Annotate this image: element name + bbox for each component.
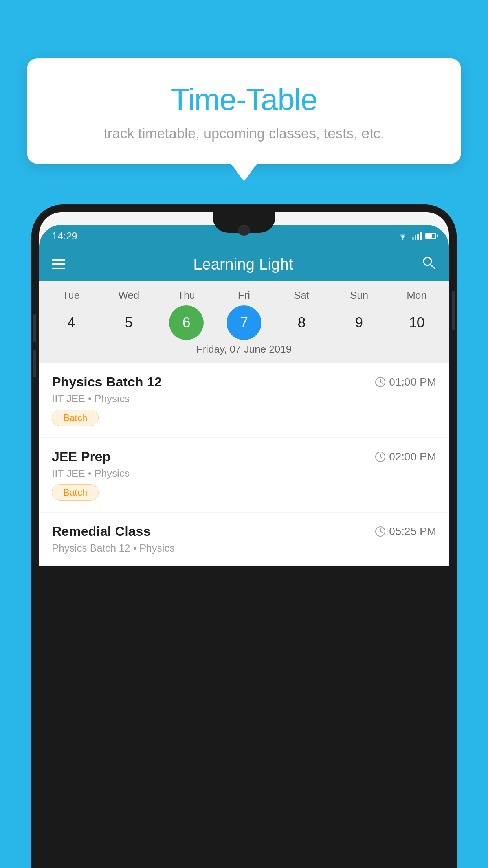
class-name: JEE Prep <box>52 449 110 464</box>
wifi-icon <box>397 232 409 240</box>
schedule-list: Physics Batch 12 01:00 PM IIT JEE • Phys… <box>39 363 449 566</box>
status-icons <box>397 232 436 240</box>
phone-outer: 14:29 <box>31 204 457 868</box>
class-time: 01:00 PM <box>375 376 436 388</box>
batch-tag: Batch <box>52 484 99 501</box>
day-label: Thu <box>169 289 204 302</box>
calendar-bar: TueWedThuFriSatSunMon 45678910 Friday, 0… <box>39 281 449 363</box>
date-numbers[interactable]: 45678910 <box>39 305 449 340</box>
date-number[interactable]: 4 <box>54 305 88 340</box>
date-number[interactable]: 5 <box>112 305 146 340</box>
battery-icon <box>425 233 436 239</box>
days-of-week: TueWedThuFriSatSunMon <box>39 289 449 302</box>
app-title: Learning Light <box>193 256 293 273</box>
class-meta: IIT JEE • Physics <box>52 393 436 405</box>
search-icon[interactable] <box>421 255 436 274</box>
time-value: 02:00 PM <box>389 451 436 463</box>
tooltip-subtitle: track timetable, upcoming classes, tests… <box>46 125 442 142</box>
signal-icon <box>412 232 422 240</box>
class-time: 05:25 PM <box>375 525 436 538</box>
phone-camera <box>238 225 250 236</box>
clock-icon <box>375 451 386 462</box>
tooltip-card: Time-Table track timetable, upcoming cla… <box>27 58 461 164</box>
day-label: Wed <box>112 289 146 302</box>
app-header: Learning Light <box>39 247 449 281</box>
day-label: Tue <box>54 289 88 302</box>
class-meta: Physics Batch 12 • Physics <box>52 542 436 554</box>
time-value: 05:25 PM <box>389 525 436 538</box>
date-number[interactable]: 10 <box>400 305 434 340</box>
menu-icon[interactable] <box>52 259 65 269</box>
day-label: Sun <box>342 289 376 302</box>
class-name: Physics Batch 12 <box>52 374 162 390</box>
side-buttons-right <box>452 291 455 330</box>
clock-icon <box>375 377 386 388</box>
svg-line-7 <box>380 457 382 458</box>
status-time: 14:29 <box>52 230 77 242</box>
schedule-item-header: Remedial Class 05:25 PM <box>52 524 436 539</box>
batch-tag: Batch <box>52 410 99 426</box>
time-value: 01:00 PM <box>389 376 436 388</box>
day-label: Sat <box>284 289 319 302</box>
day-label: Fri <box>227 289 261 302</box>
day-label: Mon <box>400 289 434 302</box>
svg-line-10 <box>380 531 382 533</box>
phone-notch <box>213 212 275 233</box>
svg-line-1 <box>430 264 435 268</box>
class-meta: IIT JEE • Physics <box>52 467 436 480</box>
schedule-item-header: Physics Batch 12 01:00 PM <box>52 374 436 390</box>
schedule-item[interactable]: Physics Batch 12 01:00 PM IIT JEE • Phys… <box>39 363 449 437</box>
selected-date-label: Friday, 07 June 2019 <box>39 343 449 357</box>
side-buttons-left <box>33 314 36 385</box>
clock-icon <box>375 526 386 537</box>
date-number[interactable]: 6 <box>169 305 204 340</box>
date-number[interactable]: 9 <box>342 305 376 340</box>
phone-screen: 14:29 <box>39 212 449 566</box>
date-number[interactable]: 7 <box>227 305 261 340</box>
phone-mockup: 14:29 <box>31 204 457 868</box>
tooltip-title: Time-Table <box>46 82 442 118</box>
class-time: 02:00 PM <box>375 451 436 463</box>
schedule-item[interactable]: JEE Prep 02:00 PM IIT JEE • Physics Batc… <box>39 438 449 512</box>
schedule-item-header: JEE Prep 02:00 PM <box>52 449 436 464</box>
date-number[interactable]: 8 <box>284 305 319 340</box>
class-name: Remedial Class <box>52 524 150 539</box>
schedule-item[interactable]: Remedial Class 05:25 PM Physics Batch 12… <box>39 513 449 565</box>
svg-line-4 <box>380 382 382 383</box>
